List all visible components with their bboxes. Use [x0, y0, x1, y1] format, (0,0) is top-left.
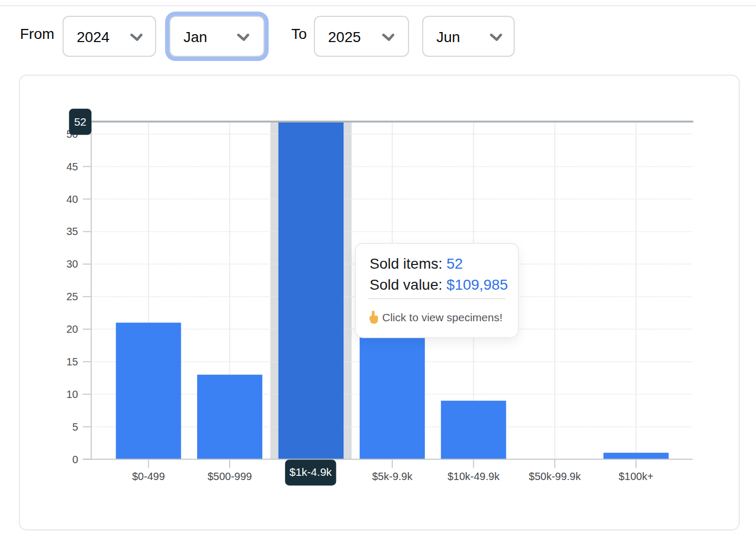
- svg-text:$500-999: $500-999: [208, 471, 252, 482]
- svg-text:$50k-99.9k: $50k-99.9k: [529, 471, 581, 482]
- svg-text:30: 30: [66, 258, 78, 270]
- svg-text:$100k+: $100k+: [619, 471, 653, 482]
- svg-text:52: 52: [74, 116, 86, 128]
- svg-text:20: 20: [66, 323, 78, 335]
- svg-text:$1k-4.9k: $1k-4.9k: [290, 466, 332, 478]
- svg-text:$5k-9.9k: $5k-9.9k: [372, 471, 413, 482]
- svg-text:35: 35: [66, 226, 78, 237]
- svg-text:10: 10: [66, 389, 78, 400]
- svg-text:5: 5: [72, 421, 78, 433]
- svg-text:0: 0: [72, 454, 78, 465]
- svg-text:25: 25: [66, 291, 78, 302]
- svg-text:45: 45: [66, 161, 78, 172]
- svg-text:15: 15: [66, 356, 78, 368]
- svg-text:$0-499: $0-499: [132, 471, 165, 482]
- svg-text:40: 40: [66, 193, 78, 205]
- svg-text:$10k-49.9k: $10k-49.9k: [447, 471, 500, 482]
